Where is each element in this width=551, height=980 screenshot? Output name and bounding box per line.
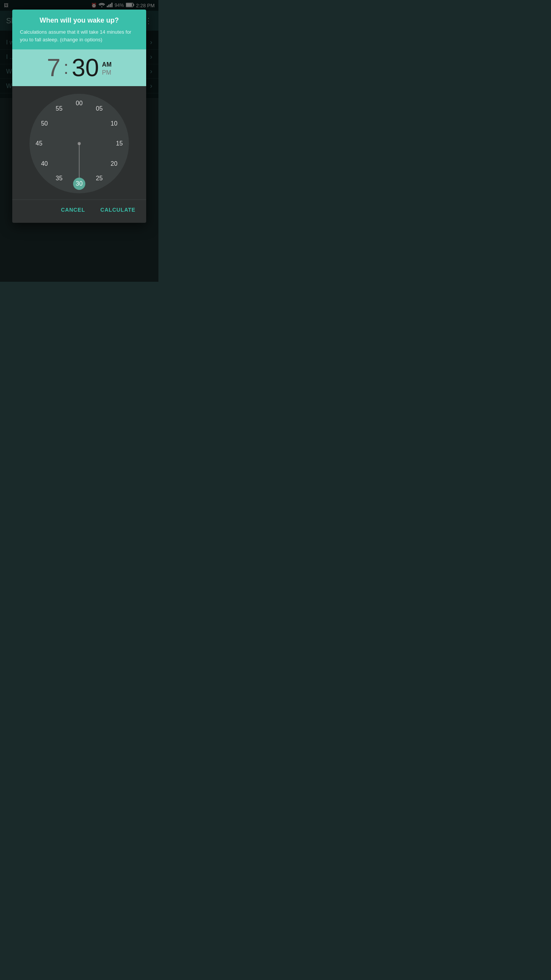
clock-number[interactable]: 20 [108, 160, 120, 167]
time-colon: : [64, 59, 68, 80]
dialog-header: When will you wake up? Calculations assu… [12, 10, 146, 49]
calculate-button[interactable]: CALCULATE [96, 203, 140, 217]
clock-number[interactable]: 10 [108, 120, 120, 127]
clock-container[interactable]: 000510152025303540455055 [12, 86, 146, 199]
wake-time-dialog: When will you wake up? Calculations assu… [12, 10, 146, 223]
time-am-label[interactable]: AM [102, 61, 112, 68]
clock-number[interactable]: 15 [114, 140, 125, 147]
clock-number[interactable]: 45 [33, 140, 45, 147]
cancel-button[interactable]: CANCEL [56, 203, 90, 217]
clock-number[interactable]: 55 [54, 105, 65, 112]
dialog-title: When will you wake up? [20, 16, 139, 24]
clock-number[interactable]: 05 [94, 105, 105, 112]
time-display: 7 : 30 AM PM [12, 49, 146, 86]
clock-number[interactable]: 00 [73, 100, 85, 107]
time-hour[interactable]: 7 [47, 56, 60, 80]
clock-number[interactable]: 50 [39, 120, 50, 127]
time-pm-label[interactable]: PM [102, 69, 112, 76]
dialog-actions: CANCEL CALCULATE [12, 199, 146, 223]
modal-overlay: When will you wake up? Calculations assu… [0, 0, 158, 282]
clock-face[interactable]: 000510152025303540455055 [29, 94, 129, 193]
clock-number[interactable]: 35 [54, 175, 65, 182]
time-ampm[interactable]: AM PM [102, 61, 112, 80]
clock-number[interactable]: 30 [73, 178, 85, 190]
time-minute[interactable]: 30 [72, 56, 99, 80]
dialog-subtitle: Calculations assume that it will take 14… [20, 28, 139, 43]
clock-number[interactable]: 25 [94, 175, 105, 182]
clock-number[interactable]: 40 [39, 160, 50, 167]
